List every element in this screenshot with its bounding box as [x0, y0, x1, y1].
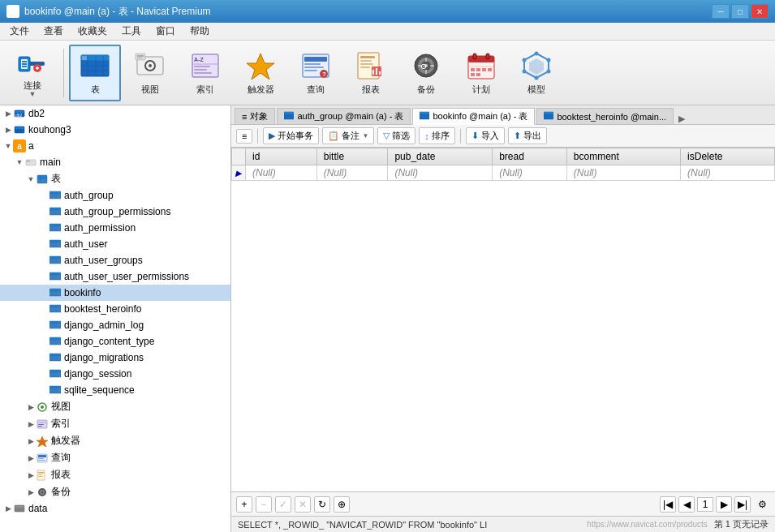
svg-rect-4: [22, 63, 27, 65]
tree-label-django_admin_log: django_admin_log: [64, 320, 144, 331]
sort-btn[interactable]: ↕ 排序: [419, 127, 455, 144]
grid-settings-btn[interactable]: ⚙: [754, 496, 770, 513]
left-panel[interactable]: ▶ db2 db2 ▶ kouhong3 ▼ a a ▼: [0, 105, 231, 532]
tab-objects[interactable]: ≡ 对象: [235, 108, 275, 124]
maximize-button[interactable]: □: [731, 4, 749, 19]
tree-item-bookinfo[interactable]: ▶ bookinfo: [0, 285, 230, 301]
cell-pub_date[interactable]: (Null): [388, 165, 493, 181]
tab-objects-icon: ≡: [242, 112, 247, 122]
col-header-bread[interactable]: bread: [493, 148, 567, 165]
svg-rect-59: [486, 54, 489, 59]
backup-icon: ⊙: [410, 49, 442, 82]
tree-item-django_content_type[interactable]: ▶ django_content_type: [0, 333, 230, 350]
menu-view[interactable]: 查看: [37, 23, 70, 40]
begin-tx-btn[interactable]: ▶ 开始事务: [263, 127, 319, 144]
toolbar-trigger[interactable]: 触发器: [235, 45, 286, 101]
prev-page-btn[interactable]: ◀: [678, 496, 695, 513]
close-button[interactable]: ✕: [751, 4, 769, 19]
tree-item-reports[interactable]: ▶ 报表: [0, 466, 230, 483]
menu-window[interactable]: 窗口: [149, 23, 182, 40]
toolbar-index[interactable]: A-Z 索引: [179, 45, 231, 101]
data-grid[interactable]: id bittle pub_date bread bcomment isDele…: [231, 148, 775, 491]
svg-text:⊙: ⊙: [420, 62, 427, 71]
tab-overflow-icon[interactable]: ▶: [678, 114, 685, 124]
col-header-id[interactable]: id: [246, 148, 317, 165]
begin-tx-icon: ▶: [269, 131, 275, 141]
more-btn[interactable]: ⊕: [334, 496, 350, 513]
menu-btn[interactable]: ≡: [236, 129, 252, 144]
menu-tools[interactable]: 工具: [115, 23, 148, 40]
tree-arrow-triggers: ▶: [26, 437, 36, 445]
tree-label-kouhong3: kouhong3: [28, 124, 71, 135]
menu-help[interactable]: 帮助: [183, 23, 216, 40]
toolbar-table[interactable]: 表: [69, 45, 121, 101]
table-row[interactable]: ▶ (Null) (Null) (Null) (Null) (Null) (Nu…: [232, 165, 775, 181]
data-icon: [13, 502, 26, 515]
tree-item-auth_user[interactable]: ▶ auth_user: [0, 236, 230, 252]
col-header-bittle[interactable]: bittle: [316, 148, 388, 165]
import-btn[interactable]: ⬇ 导入: [466, 127, 505, 144]
toolbar-query[interactable]: ? 查询: [290, 45, 342, 101]
tab-booktest-icon: [544, 111, 553, 122]
last-page-btn[interactable]: ▶|: [734, 496, 751, 513]
tree-item-indexes[interactable]: ▶ 索引: [0, 415, 230, 432]
menu-file[interactable]: 文件: [3, 23, 36, 40]
toolbar-model[interactable]: 模型: [510, 45, 562, 101]
add-record-btn[interactable]: +: [236, 496, 252, 513]
tab-auth-group[interactable]: auth_group @main (a) - 表: [277, 108, 411, 124]
tree-item-auth_permission[interactable]: ▶ auth_permission: [0, 220, 230, 236]
tree-item-django_admin_log[interactable]: ▶ django_admin_log: [0, 317, 230, 333]
cancel-btn[interactable]: ✕: [295, 496, 311, 513]
right-panel: ≡ 对象 auth_group @main (a) - 表 bookinfo @…: [231, 105, 775, 532]
tree-item-triggers[interactable]: ▶ 触发器: [0, 432, 230, 449]
tree-item-tables[interactable]: ▼ 表: [0, 170, 230, 187]
tree-item-views[interactable]: ▶ 视图: [0, 398, 230, 415]
next-page-btn[interactable]: ▶: [716, 496, 732, 513]
refresh-btn[interactable]: ↻: [314, 496, 330, 513]
tab-booktest[interactable]: booktest_heroinfo @main...: [536, 108, 674, 124]
col-header-pub_date[interactable]: pub_date: [388, 148, 493, 165]
tree-item-backups[interactable]: ▶ 备份: [0, 483, 230, 500]
toolbar-schedule[interactable]: 计划: [455, 45, 507, 101]
svg-point-71: [547, 70, 551, 74]
tree-item-main[interactable]: ▼ main: [0, 154, 230, 170]
toolbar-view[interactable]: 视图: [124, 45, 176, 101]
tree-item-kouhong3[interactable]: ▶ kouhong3: [0, 122, 230, 138]
tree-label-auth_group: auth_group: [64, 190, 114, 201]
menu-favorites[interactable]: 收藏夹: [71, 23, 114, 40]
delete-record-btn[interactable]: −: [256, 496, 272, 513]
cell-id[interactable]: (Null): [246, 165, 317, 181]
note-btn[interactable]: 📋 备注 ▼: [322, 127, 374, 144]
tree-item-auth_user_groups[interactable]: ▶ auth_user_groups: [0, 252, 230, 268]
cell-bread[interactable]: (Null): [493, 165, 567, 181]
svg-rect-178: [544, 112, 553, 114]
tree-item-data[interactable]: ▶ data: [0, 500, 230, 517]
tree-item-a[interactable]: ▼ a a: [0, 138, 230, 154]
toolbar-report[interactable]: 报表: [345, 45, 397, 101]
tree-item-db2[interactable]: ▶ db2 db2: [0, 105, 230, 122]
toolbar-backup[interactable]: ⊙ 备份: [400, 45, 452, 101]
export-btn[interactable]: ⬆ 导出: [508, 127, 547, 144]
filter-btn[interactable]: ▽ 筛选: [377, 127, 415, 144]
tree-item-booktest_heroinfo[interactable]: ▶ booktest_heroinfo: [0, 301, 230, 317]
tree-item-auth_group[interactable]: ▶ auth_group: [0, 187, 230, 204]
minimize-button[interactable]: ─: [712, 4, 730, 19]
cell-bittle[interactable]: (Null): [316, 165, 388, 181]
tree-item-django_migrations[interactable]: ▶ django_migrations: [0, 350, 230, 366]
tree-item-auth_user_user_permissions[interactable]: ▶ auth_user_user_permissions: [0, 268, 230, 285]
tree-item-queries[interactable]: ▶ 查询: [0, 449, 230, 466]
tree-arrow-indexes: ▶: [26, 420, 36, 428]
tab-bookinfo[interactable]: bookinfo @main (a) - 表: [412, 108, 535, 125]
svg-text:db2: db2: [15, 113, 23, 118]
col-header-isDelete[interactable]: isDelete: [681, 148, 775, 165]
toolbar-connect[interactable]: 连接 ▼: [6, 45, 58, 101]
col-header-bcomment[interactable]: bcomment: [566, 148, 680, 165]
cell-bcomment[interactable]: (Null): [566, 165, 680, 181]
tree-item-sqlite_sequence[interactable]: ▶ sqlite_sequence: [0, 382, 230, 398]
tree-item-django_session[interactable]: ▶ django_session: [0, 366, 230, 382]
cell-isDelete[interactable]: (Null): [681, 165, 775, 181]
confirm-btn[interactable]: ✓: [275, 496, 291, 513]
svg-rect-107: [50, 256, 61, 259]
first-page-btn[interactable]: |◀: [660, 496, 676, 513]
tree-item-auth_group_permissions[interactable]: ▶ auth_group_permissions: [0, 204, 230, 220]
